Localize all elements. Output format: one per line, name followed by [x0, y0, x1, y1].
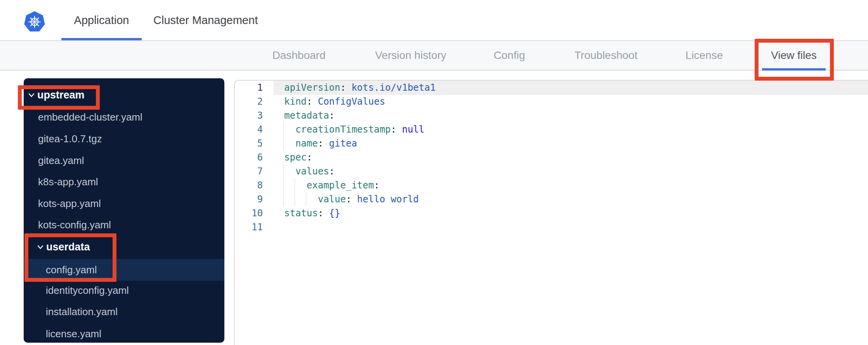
tree-file-kots-app-yaml[interactable]: kots-app.yaml [24, 193, 224, 214]
header-nav-cluster-management[interactable]: Cluster Management [153, 0, 262, 40]
kots-admin-console: Application Cluster Management Dashboard… [0, 0, 868, 345]
tree-folder-upstream[interactable]: upstream [24, 84, 224, 106]
tree-file-k8s-app-yaml[interactable]: k8s-app.yaml [24, 171, 224, 193]
header-nav-application-label: Application [74, 14, 129, 27]
line-number: 6 [235, 150, 274, 164]
line-number: 1 [235, 81, 274, 95]
tree-item-label: installation.yaml [46, 306, 118, 318]
indent-guide [295, 178, 295, 192]
tree-file-embedded-cluster-yaml[interactable]: embedded-cluster.yaml [24, 106, 224, 128]
tab-troubleshoot[interactable]: Troubleshoot [575, 41, 637, 70]
code-line-2: 2kind: ConfigValues [235, 95, 868, 109]
indent-guide [283, 164, 284, 178]
tree-item-label: k8s-app.yaml [38, 176, 98, 188]
code-line-6: 6spec: [235, 150, 868, 164]
code-line-10: 10status: {} [235, 206, 868, 220]
code-text [274, 220, 868, 234]
tree-item-label: gitea-1.0.7.tgz [38, 133, 102, 145]
token-b: {} [323, 208, 340, 219]
line-number: 8 [235, 178, 274, 192]
token-s: hello world [351, 194, 418, 205]
token-p: : [346, 194, 351, 205]
line-number: 11 [235, 220, 274, 234]
line-number: 3 [235, 109, 274, 122]
token-s: kots.io/v1beta1 [346, 82, 436, 93]
indent-guide [283, 136, 284, 150]
token-s: ConfigValues [312, 96, 385, 107]
line-number: 5 [235, 136, 274, 150]
code-text: values: [274, 164, 868, 178]
token-k: creationTimestamp [284, 124, 391, 135]
indent-guide [283, 178, 284, 192]
tab-config[interactable]: Config [494, 41, 525, 70]
tab-version-history[interactable]: Version history [375, 41, 446, 70]
line-number: 7 [235, 164, 274, 178]
header-nav-cluster-management-label: Cluster Management [153, 14, 258, 27]
chevron-down-icon[interactable] [27, 91, 36, 99]
app-header: Application Cluster Management [0, 0, 868, 41]
code-line-9: 9 value: hello world [235, 192, 868, 206]
tree-item-label: userdata [46, 241, 90, 253]
file-viewer-editor[interactable]: 1apiVersion: kots.io/v1beta12kind: Confi… [234, 80, 868, 345]
tree-file-gitea-yaml[interactable]: gitea.yaml [24, 150, 224, 171]
token-p: : [318, 208, 323, 219]
tree-file-gitea-1-0-7-tgz[interactable]: gitea-1.0.7.tgz [24, 128, 224, 150]
token-k: kind [284, 96, 307, 107]
application-active-underline [61, 38, 142, 40]
code-text: example_item: [274, 178, 868, 192]
chevron-down-icon[interactable] [36, 243, 45, 251]
tree-item-label: kots-app.yaml [38, 198, 101, 210]
token-k: status [284, 208, 318, 219]
code-line-3: 3metadata: [235, 109, 868, 122]
tree-item-label: embedded-cluster.yaml [38, 111, 142, 123]
line-number: 4 [235, 122, 274, 136]
line-number: 9 [235, 192, 274, 206]
tree-file-identityconfig-yaml[interactable]: identityconfig.yaml [24, 279, 224, 301]
tree-file-config-yaml[interactable]: config.yaml [24, 259, 224, 281]
token-k: values [284, 166, 329, 177]
token-p: : [329, 166, 335, 177]
code-text: status: {} [274, 206, 868, 220]
code-line-11: 11 [235, 220, 868, 234]
code-text: metadata: [274, 109, 868, 122]
tree-file-installation-yaml[interactable]: installation.yaml [24, 301, 224, 323]
token-p: : [307, 152, 312, 163]
code-text: apiVersion: kots.io/v1beta1 [274, 81, 868, 95]
indent-guide [295, 192, 295, 206]
file-tree-panel: upstreamembedded-cluster.yamlgitea-1.0.7… [24, 78, 224, 343]
tab-dashboard[interactable]: Dashboard [273, 41, 326, 70]
code-line-7: 7 values: [235, 164, 868, 178]
token-p: : [307, 96, 312, 107]
code-text: value: hello world [274, 192, 868, 206]
token-k: spec [284, 152, 307, 163]
kubernetes-logo-icon[interactable] [24, 11, 45, 33]
code-text: spec: [274, 150, 868, 164]
token-p: : [391, 124, 396, 135]
tab-view-files[interactable]: View files [771, 41, 817, 70]
token-k: apiVersion [284, 82, 340, 93]
code-line-4: 4 creationTimestamp: null [235, 122, 868, 136]
tree-item-label: upstream [37, 89, 85, 101]
header-nav-application[interactable]: Application [61, 0, 142, 40]
code-line-5: 5 name: gitea [235, 136, 868, 150]
tree-file-license-yaml[interactable]: license.yaml [24, 323, 224, 345]
token-k: metadata [284, 110, 329, 121]
tree-item-label: identityconfig.yaml [46, 285, 129, 297]
tree-file-kots-config-yaml[interactable]: kots-config.yaml [24, 214, 224, 236]
token-k: name [284, 138, 318, 149]
tree-folder-userdata[interactable]: userdata [24, 236, 224, 258]
code-text: kind: ConfigValues [274, 95, 868, 109]
indent-guide [283, 192, 284, 206]
indent-guide [283, 122, 284, 136]
tab-license[interactable]: License [686, 41, 723, 70]
token-n: null [396, 124, 424, 135]
line-number: 2 [235, 95, 274, 109]
tree-item-label: license.yaml [46, 328, 101, 340]
tree-item-label: kots-config.yaml [38, 219, 111, 231]
token-p: : [318, 138, 323, 149]
line-number: 10 [235, 206, 274, 220]
tree-item-label: config.yaml [46, 264, 97, 276]
token-k: value [284, 194, 346, 205]
code-line-8: 8 example_item: [235, 178, 868, 192]
app-tabbar: DashboardVersion historyConfigTroublesho… [0, 41, 868, 71]
